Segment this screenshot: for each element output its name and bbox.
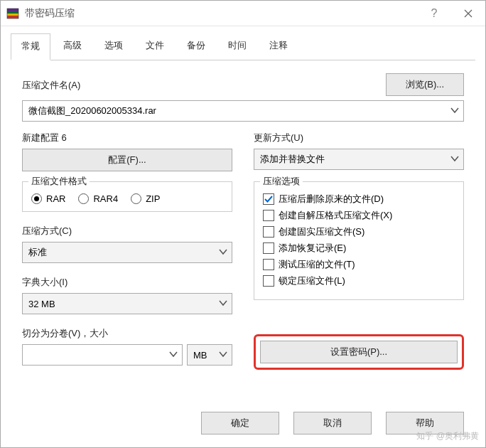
dialog-footer: 确定 取消 帮助 <box>1 403 485 447</box>
select-value: MB <box>193 350 207 361</box>
button-label: 设置密码(P)... <box>330 346 387 358</box>
tab-label: 时间 <box>228 40 247 50</box>
button-label: 浏览(B)... <box>406 78 444 91</box>
window-title: 带密码压缩 <box>25 7 417 20</box>
option-sfx[interactable]: 创建自解压格式压缩文件(X) <box>263 209 455 222</box>
button-label: 帮助 <box>416 417 434 430</box>
tab-strip: 常规 高级 选项 文件 备份 时间 注释 <box>1 26 485 60</box>
checkbox-label: 压缩后删除原来的文件(D) <box>279 193 384 206</box>
set-password-button[interactable]: 设置密码(P)... <box>260 341 458 363</box>
tab-label: 文件 <box>146 40 164 50</box>
radio-label: RAR <box>46 193 65 204</box>
checkbox-icon <box>263 259 274 270</box>
ok-button[interactable]: 确定 <box>201 412 279 434</box>
radio-label: ZIP <box>146 193 160 204</box>
checkbox-icon <box>263 242 274 254</box>
select-value: 添加并替换文件 <box>260 153 325 166</box>
close-button[interactable] <box>451 1 485 26</box>
button-label: 取消 <box>323 417 342 430</box>
tab-label: 备份 <box>187 40 205 50</box>
input-value: 微信截图_20200602005334.rar <box>28 105 156 117</box>
format-radio-rar4[interactable]: RAR4 <box>78 193 118 204</box>
format-radio-rar[interactable]: RAR <box>31 193 65 204</box>
checkbox-label: 锁定压缩文件(L) <box>279 274 345 287</box>
archive-name-input[interactable]: 微信截图_20200602005334.rar <box>22 100 464 122</box>
tab-time[interactable]: 时间 <box>218 33 256 60</box>
tab-files[interactable]: 文件 <box>136 33 174 60</box>
browse-button[interactable]: 浏览(B)... <box>386 73 464 96</box>
help-button[interactable]: ? <box>417 1 451 26</box>
radio-label: RAR4 <box>93 193 118 204</box>
tab-advanced[interactable]: 高级 <box>53 33 92 60</box>
update-mode-select[interactable]: 添加并替换文件 <box>254 149 464 170</box>
highlight-frame: 设置密码(P)... <box>254 334 464 370</box>
update-mode-label: 更新方式(U) <box>254 132 464 144</box>
option-solid[interactable]: 创建固实压缩文件(S) <box>263 225 455 238</box>
tab-general[interactable]: 常规 <box>11 33 50 60</box>
option-lock[interactable]: 锁定压缩文件(L) <box>263 274 455 287</box>
tab-comment[interactable]: 注释 <box>259 33 298 60</box>
checkbox-icon <box>263 210 274 221</box>
dict-select[interactable]: 32 MB <box>22 293 232 314</box>
svg-rect-1 <box>7 11 18 14</box>
checkbox-label: 创建自解压格式压缩文件(X) <box>279 209 392 222</box>
radio-dot-icon <box>31 193 42 204</box>
method-select[interactable]: 标准 <box>22 242 232 263</box>
svg-rect-2 <box>7 14 18 16</box>
tab-label: 选项 <box>104 40 123 50</box>
checkbox-icon <box>263 193 274 205</box>
checkbox-label: 测试压缩的文件(T) <box>279 258 355 271</box>
method-label: 压缩方式(C) <box>22 225 232 238</box>
button-label: 确定 <box>231 417 249 430</box>
dict-label: 字典大小(I) <box>22 276 232 289</box>
winrar-icon <box>6 7 19 20</box>
format-legend: 压缩文件格式 <box>28 175 90 188</box>
radio-dot-icon <box>78 193 89 204</box>
option-recovery[interactable]: 添加恢复记录(E) <box>263 242 455 255</box>
split-label: 切分为分卷(V)，大小 <box>22 327 232 340</box>
radio-dot-icon <box>131 193 141 204</box>
checkbox-icon <box>263 275 274 287</box>
svg-rect-3 <box>7 16 18 18</box>
tab-options[interactable]: 选项 <box>94 33 133 60</box>
checkbox-icon <box>263 226 274 238</box>
tab-label: 高级 <box>63 40 82 50</box>
titlebar: 带密码压缩 ? <box>1 1 485 26</box>
format-radio-zip[interactable]: ZIP <box>131 193 160 204</box>
svg-rect-0 <box>7 9 18 11</box>
option-delete-after[interactable]: 压缩后删除原来的文件(D) <box>263 193 455 206</box>
profile-button[interactable]: 配置(F)... <box>22 149 232 171</box>
checkbox-label: 创建固实压缩文件(S) <box>279 225 364 238</box>
checkbox-label: 添加恢复记录(E) <box>279 242 346 255</box>
tab-backup[interactable]: 备份 <box>177 33 215 60</box>
button-label: 配置(F)... <box>108 154 146 166</box>
archive-name-label: 压缩文件名(A) <box>22 79 80 92</box>
profile-label: 新建配置 6 <box>22 132 232 144</box>
tab-pane-general: 压缩文件名(A) 浏览(B)... 微信截图_20200602005334.ra… <box>1 60 485 403</box>
select-value: 标准 <box>28 246 47 259</box>
split-size-input[interactable] <box>22 344 183 366</box>
cancel-button[interactable]: 取消 <box>293 412 372 434</box>
tab-label: 注释 <box>269 40 288 50</box>
options-legend: 压缩选项 <box>260 175 303 188</box>
footer-help-button[interactable]: 帮助 <box>386 412 464 434</box>
select-value: 32 MB <box>28 299 55 309</box>
option-test[interactable]: 测试压缩的文件(T) <box>263 258 455 271</box>
split-unit-select[interactable]: MB <box>187 344 232 366</box>
tab-label: 常规 <box>21 41 40 51</box>
